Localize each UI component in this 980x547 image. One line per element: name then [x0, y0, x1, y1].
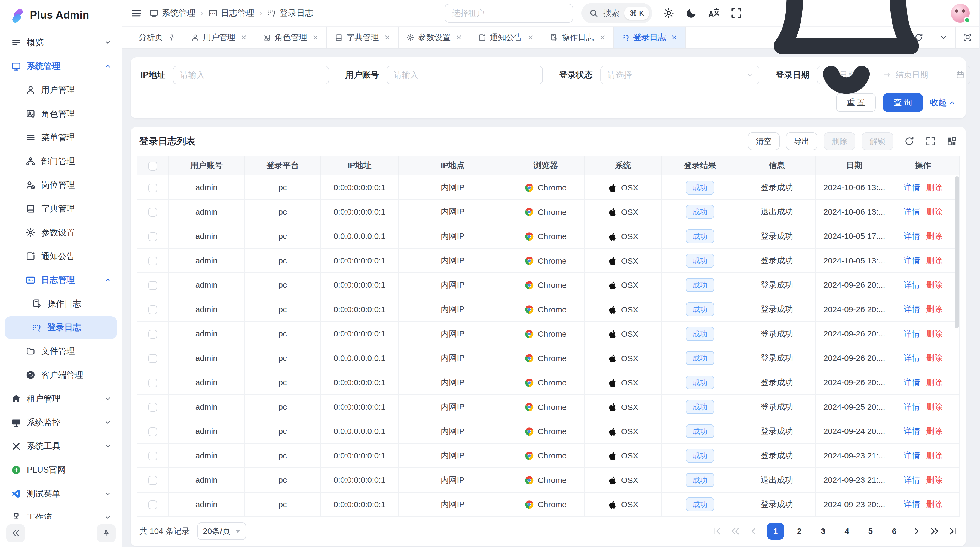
last-page-button[interactable] [948, 527, 957, 536]
sidebar-item-菜单管理[interactable]: 菜单管理 [5, 126, 117, 149]
tab-操作日志[interactable]: 操作日志 [542, 27, 614, 48]
unlock-button[interactable]: 解锁 [862, 132, 893, 150]
detail-link[interactable]: 详情 [904, 401, 920, 412]
sidebar-item-系统工具[interactable]: 系统工具 [5, 435, 117, 458]
settings-gear-icon[interactable] [663, 7, 675, 19]
tab-参数设置[interactable]: 参数设置 [399, 27, 471, 48]
row-checkbox[interactable] [148, 452, 157, 460]
sidebar-item-概览[interactable]: 概览 [5, 31, 117, 54]
close-icon[interactable] [599, 34, 606, 41]
page-size-select[interactable]: 20条/页 [197, 523, 246, 540]
page-number-1[interactable]: 1 [767, 523, 784, 540]
delete-link[interactable]: 删除 [926, 182, 942, 193]
detail-link[interactable]: 详情 [904, 426, 920, 437]
detail-link[interactable]: 详情 [904, 279, 920, 291]
close-icon[interactable] [527, 34, 534, 41]
detail-link[interactable]: 详情 [904, 304, 920, 315]
sidebar-item-岗位管理[interactable]: 岗位管理 [5, 174, 117, 196]
sidebar-item-客户端管理[interactable]: 客户端管理 [5, 364, 117, 386]
delete-link[interactable]: 删除 [926, 255, 942, 266]
tab-分析页[interactable]: 分析页 [130, 27, 183, 48]
delete-link[interactable]: 删除 [926, 499, 942, 510]
sidebar-item-参数设置[interactable]: 参数设置 [5, 221, 117, 244]
sidebar-item-文件管理[interactable]: 文件管理 [5, 340, 117, 363]
sidebar-item-PLUS官网[interactable]: PLUS官网 [5, 459, 117, 482]
row-checkbox[interactable] [148, 257, 157, 265]
row-checkbox[interactable] [148, 379, 157, 388]
tab-字典管理[interactable]: 字典管理 [327, 27, 399, 48]
page-number-3[interactable]: 3 [815, 523, 832, 540]
account-input[interactable] [387, 65, 543, 85]
row-checkbox[interactable] [148, 281, 157, 290]
table-scrollbar-thumb[interactable] [955, 176, 959, 328]
pin-sidebar-button[interactable] [97, 525, 116, 542]
sidebar-item-字典管理[interactable]: 字典管理 [5, 198, 117, 220]
row-checkbox[interactable] [148, 232, 157, 241]
row-checkbox[interactable] [148, 305, 157, 314]
user-avatar[interactable] [951, 4, 970, 22]
detail-link[interactable]: 详情 [904, 377, 920, 388]
prev-jump-button[interactable] [731, 527, 740, 536]
global-search-button[interactable]: 搜索 ⌘ K [581, 3, 652, 23]
row-checkbox[interactable] [148, 476, 157, 485]
prev-page-button[interactable] [749, 527, 758, 536]
sidebar-item-系统管理[interactable]: 系统管理 [5, 55, 117, 78]
detail-link[interactable]: 详情 [904, 352, 920, 364]
tab-用户管理[interactable]: 用户管理 [183, 27, 255, 48]
tab-角色管理[interactable]: 角色管理 [255, 27, 327, 48]
breadcrumb-item[interactable]: 登录日志 [267, 7, 313, 19]
detail-link[interactable]: 详情 [904, 328, 920, 340]
next-jump-button[interactable] [930, 527, 939, 536]
collapse-sidebar-button[interactable] [6, 525, 25, 542]
column-settings-icon[interactable] [947, 136, 957, 147]
close-icon[interactable] [384, 34, 391, 41]
detail-link[interactable]: 详情 [904, 450, 920, 461]
sidebar-item-登录日志[interactable]: 登录日志 [5, 316, 117, 339]
delete-link[interactable]: 删除 [926, 328, 942, 340]
detail-link[interactable]: 详情 [904, 255, 920, 266]
page-number-4[interactable]: 4 [838, 523, 855, 540]
refresh-table-icon[interactable] [904, 136, 915, 147]
tab-通知公告[interactable]: 通知公告 [470, 27, 542, 48]
row-checkbox[interactable] [148, 427, 157, 436]
row-checkbox[interactable] [148, 501, 157, 509]
close-icon[interactable] [671, 34, 678, 41]
row-checkbox[interactable] [148, 354, 157, 363]
language-translate-icon[interactable] [708, 7, 720, 19]
sidebar-item-角色管理[interactable]: 角色管理 [5, 102, 117, 125]
detail-link[interactable]: 详情 [904, 499, 920, 510]
delete-link[interactable]: 删除 [926, 401, 942, 412]
sidebar-item-测试菜单[interactable]: 测试菜单 [5, 482, 117, 505]
sidebar-item-通知公告[interactable]: 通知公告 [5, 245, 117, 268]
page-number-6[interactable]: 6 [886, 523, 903, 540]
sidebar-item-系统监控[interactable]: 系统监控 [5, 411, 117, 434]
expand-table-icon[interactable] [925, 136, 936, 147]
page-number-2[interactable]: 2 [791, 523, 808, 540]
delete-link[interactable]: 删除 [926, 231, 942, 242]
row-checkbox[interactable] [148, 208, 157, 217]
sidebar-item-日志管理[interactable]: DEV 日志管理 [5, 269, 117, 292]
delete-link[interactable]: 删除 [926, 426, 942, 437]
breadcrumb-item[interactable]: 系统管理 [149, 7, 196, 19]
maximize-content-button[interactable] [955, 27, 980, 48]
delete-link[interactable]: 删除 [926, 475, 942, 486]
first-page-button[interactable] [713, 527, 722, 536]
clear-button[interactable]: 清空 [748, 132, 780, 150]
delete-link[interactable]: 删除 [926, 450, 942, 461]
tab-登录日志[interactable]: 登录日志 [614, 27, 686, 48]
hamburger-menu-icon[interactable] [130, 8, 142, 19]
row-checkbox[interactable] [148, 330, 157, 339]
detail-link[interactable]: 详情 [904, 206, 920, 217]
delete-button[interactable]: 删除 [824, 132, 855, 150]
tenant-select-input[interactable] [445, 4, 573, 22]
row-checkbox[interactable] [148, 403, 157, 411]
delete-link[interactable]: 删除 [926, 206, 942, 217]
breadcrumb-item[interactable]: DEV 日志管理 [208, 7, 255, 19]
fullscreen-icon[interactable] [730, 7, 742, 19]
delete-link[interactable]: 删除 [926, 279, 942, 291]
detail-link[interactable]: 详情 [904, 231, 920, 242]
close-icon[interactable] [240, 34, 247, 41]
delete-link[interactable]: 删除 [926, 352, 942, 364]
sidebar-item-租户管理[interactable]: 租户管理 [5, 388, 117, 410]
detail-link[interactable]: 详情 [904, 475, 920, 486]
